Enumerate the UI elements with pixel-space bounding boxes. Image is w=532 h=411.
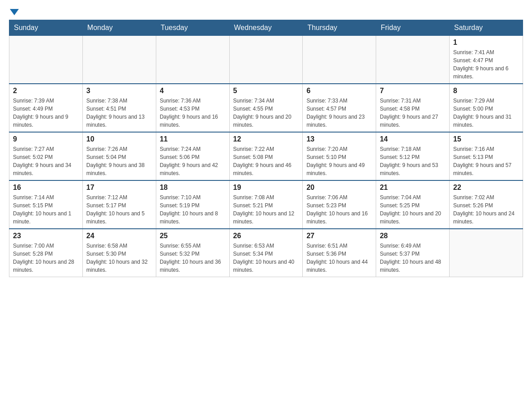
calendar-cell [376, 36, 450, 84]
logo [9, 9, 19, 15]
day-number: 27 [306, 232, 372, 240]
day-number: 6 [306, 87, 372, 95]
day-number: 1 [453, 39, 519, 47]
day-number: 24 [86, 232, 152, 240]
calendar-cell: 4Sunrise: 7:36 AMSunset: 4:53 PMDaylight… [156, 84, 229, 132]
calendar-cell [82, 36, 156, 84]
day-of-week-header: Tuesday [156, 20, 229, 36]
day-info: Sunrise: 6:55 AMSunset: 5:32 PMDaylight:… [160, 242, 226, 274]
day-info: Sunrise: 6:49 AMSunset: 5:37 PMDaylight:… [380, 242, 446, 274]
calendar-cell: 3Sunrise: 7:38 AMSunset: 4:51 PMDaylight… [82, 84, 156, 132]
calendar-week-row: 23Sunrise: 7:00 AMSunset: 5:28 PMDayligh… [9, 229, 523, 277]
calendar-cell: 16Sunrise: 7:14 AMSunset: 5:15 PMDayligh… [9, 180, 83, 229]
day-of-week-header: Sunday [9, 20, 83, 36]
calendar-cell: 5Sunrise: 7:34 AMSunset: 4:55 PMDaylight… [229, 84, 303, 132]
calendar-cell: 14Sunrise: 7:18 AMSunset: 5:12 PMDayligh… [376, 132, 450, 180]
day-number: 5 [233, 87, 299, 95]
day-info: Sunrise: 7:08 AMSunset: 5:21 PMDaylight:… [233, 193, 299, 226]
calendar-cell: 21Sunrise: 7:04 AMSunset: 5:25 PMDayligh… [376, 180, 450, 229]
calendar-cell: 27Sunrise: 6:51 AMSunset: 5:36 PMDayligh… [303, 229, 376, 277]
logo-triangle-icon [10, 9, 19, 15]
day-info: Sunrise: 7:20 AMSunset: 5:10 PMDaylight:… [306, 145, 372, 177]
day-info: Sunrise: 7:34 AMSunset: 4:55 PMDaylight:… [233, 97, 299, 129]
day-number: 20 [306, 184, 372, 192]
day-number: 7 [380, 87, 446, 95]
calendar-cell: 22Sunrise: 7:02 AMSunset: 5:26 PMDayligh… [450, 180, 523, 229]
day-info: Sunrise: 7:00 AMSunset: 5:28 PMDaylight:… [13, 242, 79, 274]
day-info: Sunrise: 7:39 AMSunset: 4:49 PMDaylight:… [13, 97, 79, 129]
calendar-cell [229, 36, 303, 84]
calendar-week-row: 1Sunrise: 7:41 AMSunset: 4:47 PMDaylight… [9, 36, 523, 84]
calendar-cell: 15Sunrise: 7:16 AMSunset: 5:13 PMDayligh… [450, 132, 523, 180]
calendar-cell [9, 36, 83, 84]
calendar-week-row: 9Sunrise: 7:27 AMSunset: 5:02 PMDaylight… [9, 132, 523, 180]
day-of-week-header: Thursday [303, 20, 376, 36]
day-number: 22 [453, 184, 519, 192]
calendar-cell: 6Sunrise: 7:33 AMSunset: 4:57 PMDaylight… [303, 84, 376, 132]
day-info: Sunrise: 7:04 AMSunset: 5:25 PMDaylight:… [380, 193, 446, 226]
day-number: 23 [13, 232, 79, 240]
day-info: Sunrise: 7:29 AMSunset: 5:00 PMDaylight:… [453, 97, 519, 129]
day-info: Sunrise: 6:51 AMSunset: 5:36 PMDaylight:… [306, 242, 372, 274]
day-info: Sunrise: 7:38 AMSunset: 4:51 PMDaylight:… [86, 97, 152, 129]
calendar-week-row: 16Sunrise: 7:14 AMSunset: 5:15 PMDayligh… [9, 180, 523, 229]
calendar-cell: 28Sunrise: 6:49 AMSunset: 5:37 PMDayligh… [376, 229, 450, 277]
calendar-cell: 17Sunrise: 7:12 AMSunset: 5:17 PMDayligh… [82, 180, 156, 229]
day-number: 19 [233, 184, 299, 192]
calendar-cell: 7Sunrise: 7:31 AMSunset: 4:58 PMDaylight… [376, 84, 450, 132]
day-info: Sunrise: 7:22 AMSunset: 5:08 PMDaylight:… [233, 145, 299, 177]
day-info: Sunrise: 7:16 AMSunset: 5:13 PMDaylight:… [453, 145, 519, 177]
day-info: Sunrise: 7:10 AMSunset: 5:19 PMDaylight:… [160, 193, 226, 226]
day-info: Sunrise: 7:31 AMSunset: 4:58 PMDaylight:… [380, 97, 446, 129]
day-number: 2 [13, 87, 79, 95]
page-header [9, 9, 523, 15]
calendar-table: SundayMondayTuesdayWednesdayThursdayFrid… [9, 20, 523, 277]
calendar-cell: 13Sunrise: 7:20 AMSunset: 5:10 PMDayligh… [303, 132, 376, 180]
calendar-cell: 26Sunrise: 6:53 AMSunset: 5:34 PMDayligh… [229, 229, 303, 277]
day-info: Sunrise: 7:12 AMSunset: 5:17 PMDaylight:… [86, 193, 152, 226]
day-number: 21 [380, 184, 446, 192]
calendar-cell: 9Sunrise: 7:27 AMSunset: 5:02 PMDaylight… [9, 132, 83, 180]
calendar-cell: 11Sunrise: 7:24 AMSunset: 5:06 PMDayligh… [156, 132, 229, 180]
day-number: 18 [160, 184, 226, 192]
calendar-cell [450, 229, 523, 277]
day-info: Sunrise: 7:26 AMSunset: 5:04 PMDaylight:… [86, 145, 152, 177]
day-number: 9 [13, 135, 79, 143]
day-of-week-header: Wednesday [229, 20, 303, 36]
day-of-week-header: Monday [82, 20, 156, 36]
day-number: 16 [13, 184, 79, 192]
day-number: 25 [160, 232, 226, 240]
calendar-cell: 8Sunrise: 7:29 AMSunset: 5:00 PMDaylight… [450, 84, 523, 132]
day-info: Sunrise: 6:53 AMSunset: 5:34 PMDaylight:… [233, 242, 299, 274]
calendar-header-row: SundayMondayTuesdayWednesdayThursdayFrid… [9, 20, 523, 36]
day-info: Sunrise: 7:14 AMSunset: 5:15 PMDaylight:… [13, 193, 79, 226]
calendar-cell: 2Sunrise: 7:39 AMSunset: 4:49 PMDaylight… [9, 84, 83, 132]
calendar-cell: 24Sunrise: 6:58 AMSunset: 5:30 PMDayligh… [82, 229, 156, 277]
calendar-week-row: 2Sunrise: 7:39 AMSunset: 4:49 PMDaylight… [9, 84, 523, 132]
calendar-cell: 10Sunrise: 7:26 AMSunset: 5:04 PMDayligh… [82, 132, 156, 180]
day-number: 17 [86, 184, 152, 192]
day-info: Sunrise: 7:02 AMSunset: 5:26 PMDaylight:… [453, 193, 519, 226]
calendar-cell: 12Sunrise: 7:22 AMSunset: 5:08 PMDayligh… [229, 132, 303, 180]
calendar-cell: 1Sunrise: 7:41 AMSunset: 4:47 PMDaylight… [450, 36, 523, 84]
day-number: 14 [380, 135, 446, 143]
day-number: 4 [160, 87, 226, 95]
calendar-cell [156, 36, 229, 84]
calendar-cell: 20Sunrise: 7:06 AMSunset: 5:23 PMDayligh… [303, 180, 376, 229]
day-info: Sunrise: 7:41 AMSunset: 4:47 PMDaylight:… [453, 48, 519, 81]
day-info: Sunrise: 7:18 AMSunset: 5:12 PMDaylight:… [380, 145, 446, 177]
day-info: Sunrise: 6:58 AMSunset: 5:30 PMDaylight:… [86, 242, 152, 274]
day-number: 11 [160, 135, 226, 143]
day-number: 15 [453, 135, 519, 143]
day-number: 28 [380, 232, 446, 240]
day-number: 12 [233, 135, 299, 143]
day-info: Sunrise: 7:36 AMSunset: 4:53 PMDaylight:… [160, 97, 226, 129]
day-info: Sunrise: 7:06 AMSunset: 5:23 PMDaylight:… [306, 193, 372, 226]
day-of-week-header: Saturday [450, 20, 523, 36]
calendar-cell: 25Sunrise: 6:55 AMSunset: 5:32 PMDayligh… [156, 229, 229, 277]
day-of-week-header: Friday [376, 20, 450, 36]
day-number: 26 [233, 232, 299, 240]
day-number: 3 [86, 87, 152, 95]
day-info: Sunrise: 7:33 AMSunset: 4:57 PMDaylight:… [306, 97, 372, 129]
calendar-cell [303, 36, 376, 84]
